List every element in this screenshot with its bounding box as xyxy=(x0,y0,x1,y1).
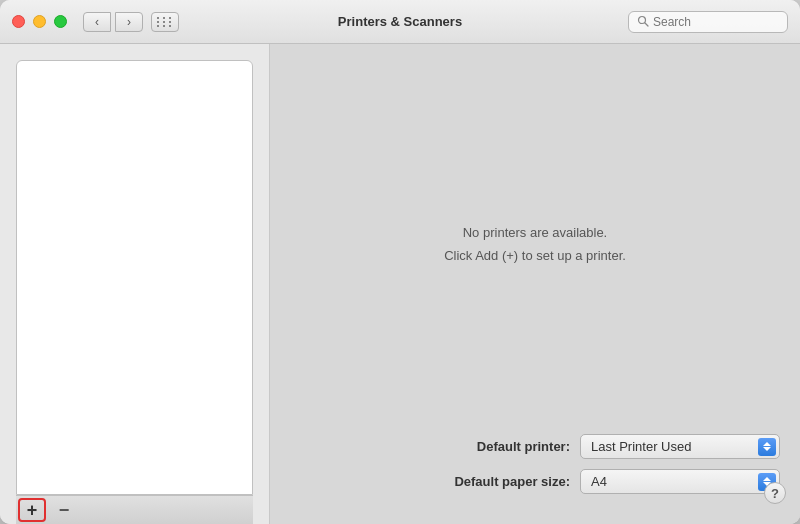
maximize-button[interactable] xyxy=(54,15,67,28)
default-paper-row: Default paper size: A4 Letter Legal xyxy=(290,469,780,494)
nav-forward-button[interactable]: › xyxy=(115,12,143,32)
nav-buttons: ‹ › xyxy=(83,12,143,32)
empty-line2: Click Add (+) to set up a printer. xyxy=(444,244,626,267)
default-printer-label: Default printer: xyxy=(477,439,570,454)
default-paper-label: Default paper size: xyxy=(454,474,570,489)
chevron-right-icon: › xyxy=(127,15,131,29)
right-panel: No printers are available. Click Add (+)… xyxy=(270,44,800,524)
default-printer-row: Default printer: Last Printer Used None xyxy=(290,434,780,459)
chevron-left-icon: ‹ xyxy=(95,15,99,29)
default-paper-select[interactable]: A4 Letter Legal xyxy=(580,469,780,494)
nav-back-button[interactable]: ‹ xyxy=(83,12,111,32)
svg-point-0 xyxy=(639,16,646,23)
titlebar: ‹ › Printers & Scanners xyxy=(0,0,800,44)
left-panel: + − xyxy=(0,44,270,524)
printer-list xyxy=(16,60,253,495)
svg-line-1 xyxy=(645,23,648,26)
default-paper-select-container: A4 Letter Legal xyxy=(580,469,780,494)
remove-printer-button[interactable]: − xyxy=(48,496,80,524)
grid-view-button[interactable] xyxy=(151,12,179,32)
search-input[interactable] xyxy=(653,15,773,29)
add-printer-button[interactable]: + xyxy=(18,498,46,522)
search-bar[interactable] xyxy=(628,11,788,33)
bottom-controls: Default printer: Last Printer Used None xyxy=(270,420,800,524)
default-printer-select[interactable]: Last Printer Used None xyxy=(580,434,780,459)
list-toolbar: + − xyxy=(16,495,253,524)
default-printer-select-container: Last Printer Used None xyxy=(580,434,780,459)
empty-line1: No printers are available. xyxy=(444,221,626,244)
search-icon xyxy=(637,15,649,29)
help-button[interactable]: ? xyxy=(764,482,786,504)
empty-message: No printers are available. Click Add (+)… xyxy=(444,221,626,268)
window: ‹ › Printers & Scanners xyxy=(0,0,800,524)
close-button[interactable] xyxy=(12,15,25,28)
main-content: + − No printers are available. Click Add… xyxy=(0,44,800,524)
minimize-button[interactable] xyxy=(33,15,46,28)
grid-icon xyxy=(157,17,173,27)
window-title: Printers & Scanners xyxy=(338,14,462,29)
traffic-lights xyxy=(12,15,67,28)
